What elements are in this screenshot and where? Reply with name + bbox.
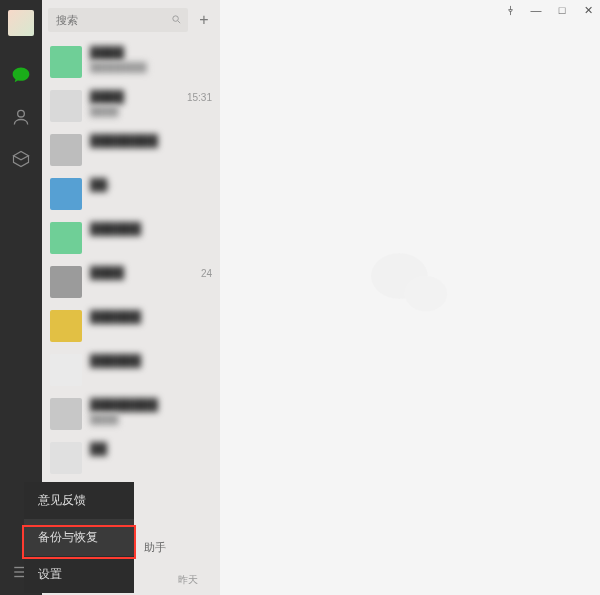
- search-icon: [171, 14, 182, 27]
- conversation-item[interactable]: ██████: [42, 216, 220, 260]
- conversation-preview: ████: [90, 106, 212, 117]
- add-button[interactable]: +: [194, 10, 214, 30]
- conversation-avatar: [50, 134, 82, 166]
- conversation-avatar: [50, 398, 82, 430]
- conversation-avatar: [50, 266, 82, 298]
- conversation-time: 15:31: [187, 92, 212, 103]
- svg-point-0: [18, 110, 25, 117]
- conversation-avatar: [50, 46, 82, 78]
- chat-icon[interactable]: [10, 64, 32, 86]
- conversation-name: ██████: [90, 222, 141, 236]
- conversation-name: ██████: [90, 310, 141, 324]
- svg-point-7: [405, 276, 448, 312]
- conversation-name: ████: [90, 266, 124, 280]
- search-field[interactable]: [54, 13, 167, 27]
- conversation-item[interactable]: ██: [42, 436, 220, 480]
- conversation-name: ████: [90, 90, 124, 104]
- contacts-icon[interactable]: [10, 106, 32, 128]
- mini-programs-icon[interactable]: [10, 148, 32, 170]
- search-input[interactable]: [48, 8, 188, 32]
- conversation-item[interactable]: ██-: [42, 172, 220, 216]
- conversation-preview: ████████: [90, 62, 212, 73]
- conversation-time: 24: [201, 268, 212, 279]
- svg-point-4: [173, 15, 179, 21]
- conversation-item[interactable]: ████████: [42, 128, 220, 172]
- menu-item-0[interactable]: 意见反馈: [24, 482, 134, 519]
- menu-item-1[interactable]: 备份与恢复: [24, 519, 134, 556]
- close-button[interactable]: ✕: [582, 4, 594, 16]
- menu-item-2[interactable]: 设置: [24, 556, 134, 593]
- conversation-avatar: [50, 222, 82, 254]
- conversation-name: ██████: [90, 354, 141, 368]
- conversation-item[interactable]: ████████████: [42, 392, 220, 436]
- main-area: — □ ✕: [220, 0, 600, 595]
- search-row: +: [42, 0, 220, 40]
- conversation-avatar: [50, 178, 82, 210]
- maximize-button[interactable]: □: [556, 4, 568, 16]
- conversation-name: ██: [90, 442, 107, 456]
- conversation-avatar: [50, 310, 82, 342]
- conversation-item[interactable]: ██████: [42, 348, 220, 392]
- wechat-logo-icon: [365, 244, 455, 328]
- partial-helper-label: 助手: [144, 540, 166, 555]
- conversation-preview: ████: [90, 414, 212, 425]
- conversation-item[interactable]: ████15:31████: [42, 84, 220, 128]
- hamburger-menu: 意见反馈备份与恢复设置: [24, 482, 134, 593]
- conversation-avatar: [50, 90, 82, 122]
- svg-line-5: [178, 20, 180, 22]
- window-controls: — □ ✕: [504, 4, 594, 16]
- minimize-button[interactable]: —: [530, 4, 542, 16]
- conversation-avatar: [50, 354, 82, 386]
- conversation-item[interactable]: ██████: [42, 304, 220, 348]
- conversation-item[interactable]: ████24: [42, 260, 220, 304]
- conversation-name: ████: [90, 46, 124, 60]
- pin-button[interactable]: [504, 4, 516, 16]
- partial-day-label: 昨天: [178, 573, 198, 587]
- conversation-item[interactable]: ████████████: [42, 40, 220, 84]
- conversation-name: ████████: [90, 398, 158, 412]
- conversation-name: ████████: [90, 134, 158, 148]
- conversation-name: ██-: [90, 178, 111, 192]
- conversation-avatar: [50, 442, 82, 474]
- avatar[interactable]: [8, 10, 34, 36]
